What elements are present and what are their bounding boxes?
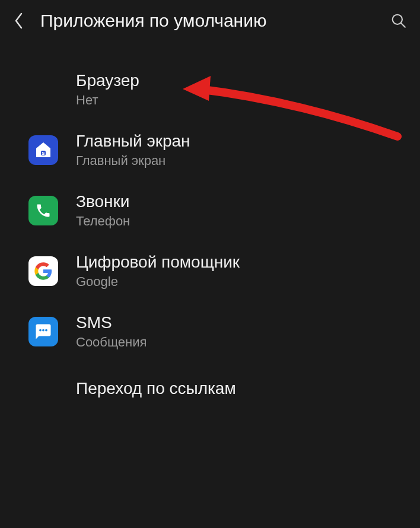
search-button[interactable] xyxy=(389,11,408,30)
header: Приложения по умолчанию xyxy=(0,0,420,42)
item-subtitle: Сообщения xyxy=(76,335,147,350)
chevron-left-icon xyxy=(14,12,24,29)
item-title: SMS xyxy=(76,313,147,332)
settings-list: Браузер Нет S Главный экран Главный экра… xyxy=(0,42,420,415)
search-icon xyxy=(391,13,406,28)
page-title: Приложения по умолчанию xyxy=(40,11,375,31)
item-title: Звонки xyxy=(76,192,130,211)
item-subtitle: Главный экран xyxy=(76,153,190,168)
list-item-browser[interactable]: Браузер Нет xyxy=(0,59,420,120)
list-item-links[interactable]: Переход по ссылкам xyxy=(0,362,420,415)
item-subtitle: Телефон xyxy=(76,214,130,229)
item-title: Браузер xyxy=(76,71,139,90)
svg-point-5 xyxy=(42,329,44,332)
item-subtitle: Нет xyxy=(76,93,139,108)
back-button[interactable] xyxy=(12,14,26,28)
google-app-icon xyxy=(28,256,58,286)
svg-point-6 xyxy=(45,329,47,332)
svg-line-1 xyxy=(401,23,405,27)
item-title: Главный экран xyxy=(76,132,190,151)
sms-app-icon xyxy=(28,317,58,346)
item-text: SMS Сообщения xyxy=(76,313,147,350)
item-text: Главный экран Главный экран xyxy=(76,132,190,168)
item-text: Переход по ссылкам xyxy=(76,379,236,398)
item-title: Переход по ссылкам xyxy=(76,379,236,398)
svg-point-0 xyxy=(393,15,402,24)
item-title: Цифровой помощник xyxy=(76,253,240,272)
item-text: Браузер Нет xyxy=(76,71,139,108)
item-text: Звонки Телефон xyxy=(76,192,130,229)
item-text: Цифровой помощник Google xyxy=(76,253,240,290)
phone-app-icon xyxy=(28,196,58,225)
item-subtitle: Google xyxy=(76,274,240,290)
svg-point-4 xyxy=(39,329,42,332)
list-item-sms[interactable]: SMS Сообщения xyxy=(0,301,420,362)
list-item-home[interactable]: S Главный экран Главный экран xyxy=(0,120,420,180)
list-item-calls[interactable]: Звонки Телефон xyxy=(0,180,420,241)
home-app-icon: S xyxy=(28,135,58,165)
svg-text:S: S xyxy=(42,151,45,156)
list-item-assistant[interactable]: Цифровой помощник Google xyxy=(0,241,420,301)
